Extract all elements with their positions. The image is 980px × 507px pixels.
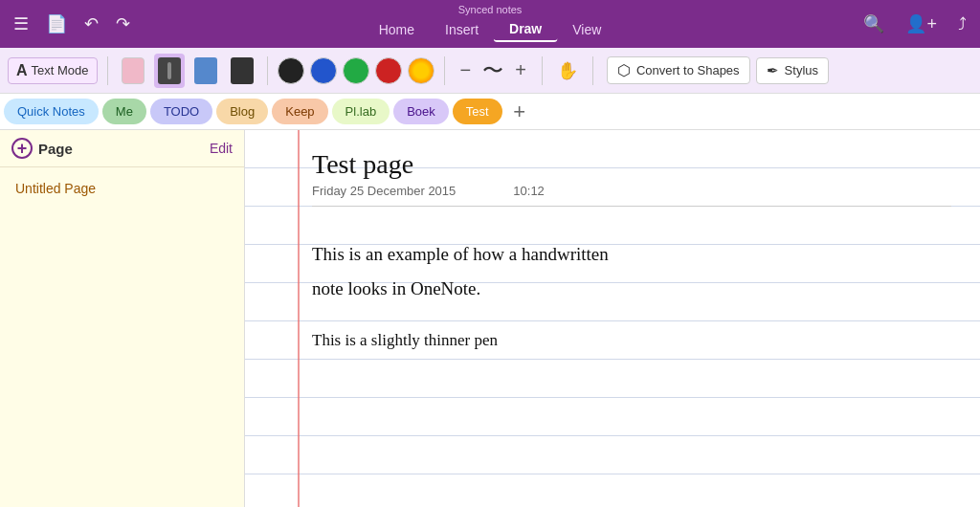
nav-view[interactable]: View: [557, 18, 616, 41]
page-item-untitled[interactable]: Untitled Page: [0, 173, 244, 204]
stylus-label: Stylus: [785, 63, 818, 77]
nav-items: Home Insert Draw View: [364, 17, 617, 42]
color-blue-swatch[interactable]: [310, 57, 337, 84]
touch-select-tool[interactable]: ✋: [552, 54, 583, 88]
note-content-area[interactable]: Test page Friday 25 December 2015 10:12 …: [245, 130, 980, 507]
undo-icon[interactable]: ↶: [80, 10, 102, 38]
main-layout: + Page Edit Untitled Page Test page: [0, 130, 980, 507]
top-bar-left: ☰ 📄 ↶ ↷: [10, 10, 134, 38]
pen-blue-swatch: [194, 57, 217, 84]
sidebar: + Page Edit Untitled Page: [0, 130, 245, 507]
note-date-line: Friday 25 December 2015 10:12: [312, 184, 951, 207]
color-green-swatch[interactable]: [343, 57, 369, 84]
toolbar: A Text Mode − 〜 + ✋ ⬡ Convert to Shapes …: [0, 48, 980, 94]
text-mode-a-icon: A: [16, 62, 28, 79]
tab-boek[interactable]: Boek: [393, 99, 449, 124]
stylus-icon: ✒: [767, 62, 779, 79]
toolbar-divider-3: [444, 56, 445, 85]
stroke-preview: 〜: [482, 56, 503, 85]
tab-add-button[interactable]: +: [506, 99, 533, 125]
tab-quick-notes[interactable]: Quick Notes: [4, 99, 99, 124]
pen-dark2-tool[interactable]: [227, 54, 257, 88]
hamburger-icon[interactable]: ☰: [10, 10, 33, 38]
notebook-icon[interactable]: 📄: [42, 10, 71, 38]
tab-keep[interactable]: Keep: [272, 99, 327, 124]
text-mode-button[interactable]: A Text Mode: [8, 57, 98, 84]
pen-dark-swatch: [158, 57, 181, 84]
pen-dark2-swatch: [231, 57, 254, 84]
fullscreen-icon[interactable]: ⤴: [954, 11, 970, 38]
toolbar-divider-4: [542, 56, 543, 85]
color-orange-swatch[interactable]: [408, 57, 434, 84]
sidebar-page-section[interactable]: + Page: [11, 138, 73, 159]
pen-dark-tool[interactable]: [154, 54, 185, 88]
pen-pink-tool[interactable]: [118, 54, 148, 88]
toolbar-divider-5: [592, 56, 593, 85]
pen-pink-swatch: [122, 57, 145, 84]
nav-insert[interactable]: Insert: [430, 18, 494, 41]
convert-label: Convert to Shapes: [636, 63, 740, 77]
redo-icon[interactable]: ↷: [112, 10, 134, 38]
tab-blog[interactable]: Blog: [216, 99, 268, 124]
stroke-minus-button[interactable]: −: [455, 57, 478, 83]
line-9: [245, 436, 980, 474]
color-black-swatch[interactable]: [278, 57, 304, 84]
synced-notes-label: Synced notes: [458, 4, 523, 15]
color-red-swatch[interactable]: [375, 57, 402, 84]
stroke-plus-button[interactable]: +: [509, 57, 532, 83]
page-list: Untitled Page: [0, 167, 244, 209]
note-date: Friday 25 December 2015: [312, 184, 456, 198]
stylus-button[interactable]: ✒ Stylus: [756, 57, 829, 84]
convert-icon: ⬡: [617, 61, 631, 79]
sidebar-add-icon[interactable]: +: [11, 138, 33, 159]
add-user-icon[interactable]: 👤+: [902, 10, 941, 38]
tab-pilab[interactable]: Pl.lab: [332, 99, 390, 124]
line-10: [245, 474, 980, 507]
sidebar-header: + Page Edit: [0, 130, 244, 167]
text-mode-label: Text Mode: [32, 63, 89, 77]
note-page-title: Test page: [312, 149, 951, 180]
note-text-area: Test page Friday 25 December 2015 10:12 …: [245, 130, 980, 375]
sidebar-edit-button[interactable]: Edit: [210, 141, 233, 156]
note-handwritten-line1: This is an example of how a handwritten …: [312, 237, 951, 306]
search-icon[interactable]: 🔍: [859, 10, 888, 38]
nav-home[interactable]: Home: [364, 18, 430, 41]
toolbar-divider-2: [267, 56, 268, 85]
tab-me[interactable]: Me: [102, 99, 146, 124]
convert-to-shapes-button[interactable]: ⬡ Convert to Shapes: [607, 56, 750, 84]
line-8: [245, 398, 980, 436]
nav-draw[interactable]: Draw: [494, 17, 557, 42]
top-bar-right: 🔍 👤+ ⤴: [859, 10, 970, 38]
note-time: 10:12: [513, 184, 545, 198]
top-bar: ☰ 📄 ↶ ↷ Synced notes Home Insert Draw Vi…: [0, 0, 980, 48]
sidebar-page-label-text: Page: [38, 141, 73, 157]
tab-test[interactable]: Test: [453, 99, 502, 124]
tabs-bar: Quick Notes Me TODO Blog Keep Pl.lab Boe…: [0, 94, 980, 130]
note-handwritten-line2: This is a slightly thinner pen: [312, 325, 951, 356]
pen-blue-tool[interactable]: [190, 54, 221, 88]
toolbar-divider-1: [107, 56, 108, 85]
tab-todo[interactable]: TODO: [150, 99, 212, 124]
